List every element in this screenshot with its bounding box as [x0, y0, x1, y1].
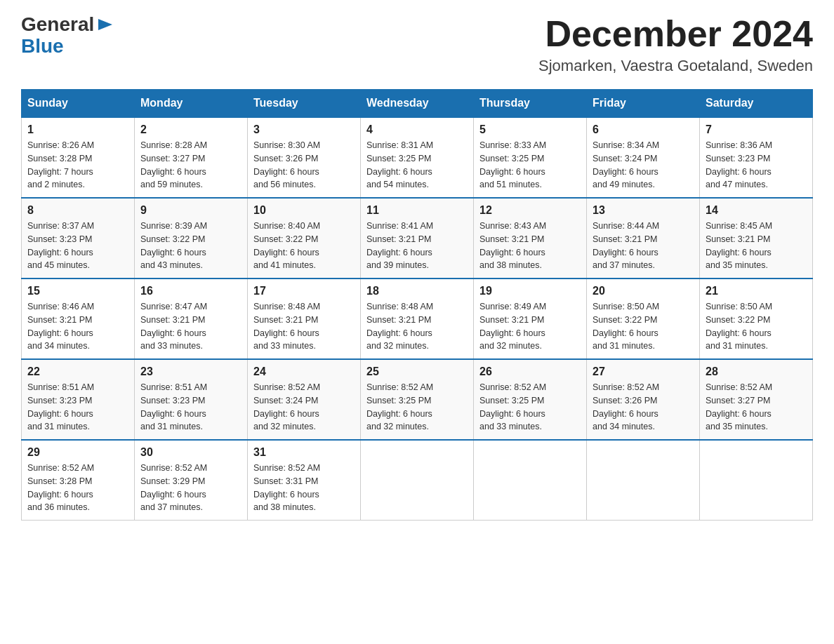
calendar-week-row: 15 Sunrise: 8:46 AMSunset: 3:21 PMDaylig… [22, 279, 813, 359]
day-info: Sunrise: 8:40 AMSunset: 3:22 PMDaylight:… [253, 220, 355, 272]
day-number: 13 [593, 204, 694, 217]
calendar-day-cell: 10 Sunrise: 8:40 AMSunset: 3:22 PMDaylig… [248, 198, 361, 279]
day-info: Sunrise: 8:52 AMSunset: 3:24 PMDaylight:… [253, 381, 355, 434]
day-info: Sunrise: 8:52 AMSunset: 3:28 PMDaylight:… [27, 462, 128, 514]
logo-general: General [21, 14, 94, 36]
day-info: Sunrise: 8:26 AMSunset: 3:28 PMDaylight:… [27, 139, 128, 192]
calendar-day-cell: 13 Sunrise: 8:44 AMSunset: 3:21 PMDaylig… [587, 198, 700, 279]
day-number: 22 [27, 365, 128, 378]
calendar-day-cell: 24 Sunrise: 8:52 AMSunset: 3:24 PMDaylig… [248, 359, 361, 440]
calendar-day-cell [700, 440, 813, 521]
logo-arrow-icon [95, 15, 115, 34]
day-info: Sunrise: 8:52 AMSunset: 3:27 PMDaylight:… [706, 381, 807, 434]
day-info: Sunrise: 8:39 AMSunset: 3:22 PMDaylight:… [140, 220, 241, 272]
day-number: 20 [593, 285, 694, 297]
day-number: 5 [479, 123, 581, 136]
day-info: Sunrise: 8:48 AMSunset: 3:21 PMDaylight:… [366, 300, 468, 353]
calendar-week-row: 22 Sunrise: 8:51 AMSunset: 3:23 PMDaylig… [22, 359, 813, 440]
svg-marker-0 [98, 19, 112, 30]
weekday-header-friday: Friday [587, 90, 700, 118]
calendar-day-cell: 8 Sunrise: 8:37 AMSunset: 3:23 PMDayligh… [22, 198, 135, 279]
calendar-day-cell: 26 Sunrise: 8:52 AMSunset: 3:25 PMDaylig… [474, 359, 587, 440]
calendar-day-cell: 12 Sunrise: 8:43 AMSunset: 3:21 PMDaylig… [474, 198, 587, 279]
calendar-day-cell: 30 Sunrise: 8:52 AMSunset: 3:29 PMDaylig… [135, 440, 248, 521]
calendar-day-cell: 2 Sunrise: 8:28 AMSunset: 3:27 PMDayligh… [135, 117, 248, 198]
day-info: Sunrise: 8:43 AMSunset: 3:21 PMDaylight:… [479, 220, 581, 272]
day-number: 7 [706, 123, 807, 136]
day-info: Sunrise: 8:50 AMSunset: 3:22 PMDaylight:… [593, 300, 694, 353]
day-number: 15 [27, 285, 128, 297]
calendar-header: SundayMondayTuesdayWednesdayThursdayFrid… [22, 90, 813, 118]
calendar-day-cell: 5 Sunrise: 8:33 AMSunset: 3:25 PMDayligh… [474, 117, 587, 198]
day-number: 30 [140, 446, 241, 459]
day-number: 12 [479, 204, 581, 217]
day-info: Sunrise: 8:52 AMSunset: 3:25 PMDaylight:… [479, 381, 581, 434]
day-info: Sunrise: 8:33 AMSunset: 3:25 PMDaylight:… [479, 139, 581, 192]
day-info: Sunrise: 8:34 AMSunset: 3:24 PMDaylight:… [593, 139, 694, 192]
day-info: Sunrise: 8:52 AMSunset: 3:31 PMDaylight:… [253, 462, 355, 514]
calendar-day-cell: 1 Sunrise: 8:26 AMSunset: 3:28 PMDayligh… [22, 117, 135, 198]
day-info: Sunrise: 8:30 AMSunset: 3:26 PMDaylight:… [253, 139, 355, 192]
day-info: Sunrise: 8:31 AMSunset: 3:25 PMDaylight:… [366, 139, 468, 192]
day-info: Sunrise: 8:28 AMSunset: 3:27 PMDaylight:… [140, 139, 241, 192]
day-number: 4 [366, 123, 468, 136]
day-number: 10 [253, 204, 355, 217]
weekday-header-monday: Monday [135, 90, 248, 118]
calendar-day-cell: 16 Sunrise: 8:47 AMSunset: 3:21 PMDaylig… [135, 279, 248, 359]
day-number: 1 [27, 123, 128, 136]
calendar-title: December 2024 [538, 14, 813, 54]
day-number: 6 [593, 123, 694, 136]
calendar-day-cell: 28 Sunrise: 8:52 AMSunset: 3:27 PMDaylig… [700, 359, 813, 440]
calendar-day-cell: 23 Sunrise: 8:51 AMSunset: 3:23 PMDaylig… [135, 359, 248, 440]
calendar-subtitle: Sjomarken, Vaestra Goetaland, Sweden [538, 57, 813, 75]
day-number: 21 [706, 285, 807, 297]
calendar-day-cell: 11 Sunrise: 8:41 AMSunset: 3:21 PMDaylig… [361, 198, 474, 279]
calendar-day-cell [361, 440, 474, 521]
calendar-day-cell: 9 Sunrise: 8:39 AMSunset: 3:22 PMDayligh… [135, 198, 248, 279]
day-number: 8 [27, 204, 128, 217]
day-info: Sunrise: 8:49 AMSunset: 3:21 PMDaylight:… [479, 300, 581, 353]
day-info: Sunrise: 8:50 AMSunset: 3:22 PMDaylight:… [706, 300, 807, 353]
day-number: 24 [253, 365, 355, 378]
day-number: 3 [253, 123, 355, 136]
day-number: 25 [366, 365, 468, 378]
title-block: December 2024 Sjomarken, Vaestra Goetala… [538, 14, 813, 75]
day-number: 11 [366, 204, 468, 217]
day-info: Sunrise: 8:46 AMSunset: 3:21 PMDaylight:… [27, 300, 128, 353]
calendar-day-cell: 25 Sunrise: 8:52 AMSunset: 3:25 PMDaylig… [361, 359, 474, 440]
calendar-body: 1 Sunrise: 8:26 AMSunset: 3:28 PMDayligh… [22, 117, 813, 521]
calendar-table: SundayMondayTuesdayWednesdayThursdayFrid… [21, 89, 813, 521]
calendar-week-row: 1 Sunrise: 8:26 AMSunset: 3:28 PMDayligh… [22, 117, 813, 198]
calendar-day-cell: 29 Sunrise: 8:52 AMSunset: 3:28 PMDaylig… [22, 440, 135, 521]
day-info: Sunrise: 8:52 AMSunset: 3:25 PMDaylight:… [366, 381, 468, 434]
calendar-day-cell: 27 Sunrise: 8:52 AMSunset: 3:26 PMDaylig… [587, 359, 700, 440]
day-number: 31 [253, 446, 355, 459]
day-info: Sunrise: 8:45 AMSunset: 3:21 PMDaylight:… [706, 220, 807, 272]
calendar-day-cell: 4 Sunrise: 8:31 AMSunset: 3:25 PMDayligh… [361, 117, 474, 198]
day-number: 17 [253, 285, 355, 297]
weekday-header-sunday: Sunday [22, 90, 135, 118]
day-number: 27 [593, 365, 694, 378]
calendar-day-cell: 14 Sunrise: 8:45 AMSunset: 3:21 PMDaylig… [700, 198, 813, 279]
calendar-day-cell: 20 Sunrise: 8:50 AMSunset: 3:22 PMDaylig… [587, 279, 700, 359]
calendar-day-cell [474, 440, 587, 521]
day-info: Sunrise: 8:36 AMSunset: 3:23 PMDaylight:… [706, 139, 807, 192]
calendar-week-row: 8 Sunrise: 8:37 AMSunset: 3:23 PMDayligh… [22, 198, 813, 279]
day-number: 16 [140, 285, 241, 297]
day-info: Sunrise: 8:51 AMSunset: 3:23 PMDaylight:… [140, 381, 241, 434]
day-info: Sunrise: 8:51 AMSunset: 3:23 PMDaylight:… [27, 381, 128, 434]
day-number: 28 [706, 365, 807, 378]
calendar-day-cell: 31 Sunrise: 8:52 AMSunset: 3:31 PMDaylig… [248, 440, 361, 521]
day-number: 14 [706, 204, 807, 217]
calendar-day-cell [587, 440, 700, 521]
day-info: Sunrise: 8:47 AMSunset: 3:21 PMDaylight:… [140, 300, 241, 353]
day-number: 2 [140, 123, 241, 136]
calendar-day-cell: 3 Sunrise: 8:30 AMSunset: 3:26 PMDayligh… [248, 117, 361, 198]
day-info: Sunrise: 8:52 AMSunset: 3:26 PMDaylight:… [593, 381, 694, 434]
calendar-day-cell: 15 Sunrise: 8:46 AMSunset: 3:21 PMDaylig… [22, 279, 135, 359]
day-number: 18 [366, 285, 468, 297]
day-number: 19 [479, 285, 581, 297]
day-number: 26 [479, 365, 581, 378]
calendar-day-cell: 7 Sunrise: 8:36 AMSunset: 3:23 PMDayligh… [700, 117, 813, 198]
calendar-day-cell: 21 Sunrise: 8:50 AMSunset: 3:22 PMDaylig… [700, 279, 813, 359]
